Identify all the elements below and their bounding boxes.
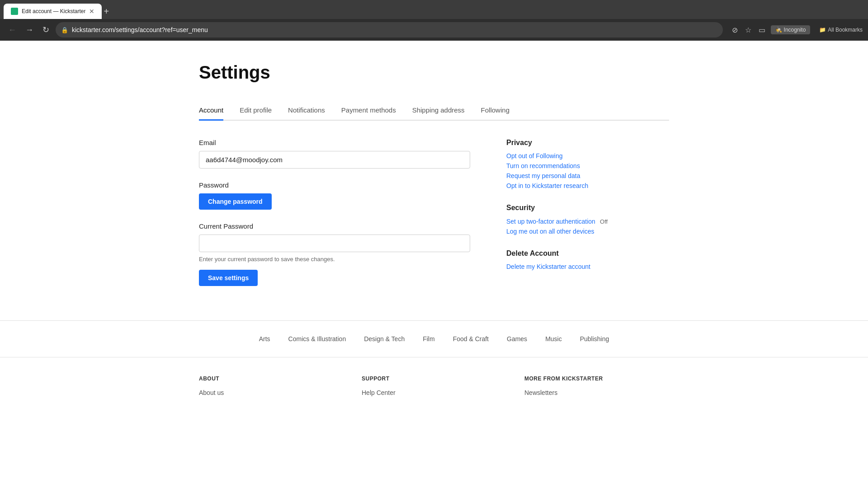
delete-account-title: Delete Account — [506, 249, 633, 258]
lock-icon: 🔒 — [61, 27, 68, 33]
footer-category-film[interactable]: Film — [423, 335, 434, 343]
footer-category-games[interactable]: Games — [507, 335, 527, 343]
two-factor-row: Set up two-factor authentication Off — [506, 217, 633, 225]
tab-shipping-address[interactable]: Shipping address — [412, 101, 465, 121]
bookmarks-folder-icon: 📁 — [819, 27, 826, 33]
security-section-title: Security — [506, 204, 633, 212]
footer-more-col: MORE FROM KICKSTARTER Newsletters — [524, 375, 669, 400]
tab-edit-profile[interactable]: Edit profile — [240, 101, 272, 121]
main-layout: Email Password Change password Current P… — [199, 139, 669, 299]
footer-categories: Arts Comics & Illustration Design & Tech… — [0, 320, 868, 357]
tab-bar: Edit account — Kickstarter ✕ + — [0, 0, 868, 19]
page: Settings Account Edit profile Notificati… — [0, 41, 868, 447]
footer-category-comics[interactable]: Comics & Illustration — [288, 335, 346, 343]
footer-help-center-link[interactable]: Help Center — [362, 389, 506, 396]
delete-account-section: Delete Account Delete my Kickstarter acc… — [506, 249, 633, 270]
opt-in-research-link[interactable]: Opt in to Kickstarter research — [506, 182, 633, 189]
privacy-section-title: Privacy — [506, 139, 633, 147]
settings-tabs: Account Edit profile Notifications Payme… — [199, 101, 669, 121]
security-section: Security Set up two-factor authenticatio… — [506, 204, 633, 235]
forward-button[interactable]: → — [23, 23, 36, 37]
footer-about-title: ABOUT — [199, 375, 344, 382]
helper-text: Enter your current password to save thes… — [199, 256, 470, 263]
tab-payment-methods[interactable]: Payment methods — [341, 101, 396, 121]
new-tab-button[interactable]: + — [104, 6, 109, 17]
password-label: Password — [199, 181, 470, 189]
save-settings-button[interactable]: Save settings — [199, 270, 258, 286]
footer-category-design[interactable]: Design & Tech — [364, 335, 405, 343]
incognito-label: Incognito — [784, 27, 806, 33]
tab-title: Edit account — Kickstarter — [22, 8, 85, 14]
two-factor-link[interactable]: Set up two-factor authentication — [506, 218, 595, 225]
request-personal-data-link[interactable]: Request my personal data — [506, 172, 633, 179]
camera-off-icon[interactable]: ⊘ — [730, 24, 740, 36]
bookmarks-label: All Bookmarks — [828, 27, 863, 33]
reload-button[interactable]: ↻ — [40, 23, 52, 37]
incognito-icon: 🕵 — [775, 27, 782, 33]
footer-category-food[interactable]: Food & Craft — [453, 335, 489, 343]
footer-category-publishing[interactable]: Publishing — [580, 335, 609, 343]
tab-notifications[interactable]: Notifications — [288, 101, 325, 121]
bookmarks-bar-link: 📁 All Bookmarks — [819, 27, 863, 33]
tab-account[interactable]: Account — [199, 101, 223, 121]
footer-category-music[interactable]: Music — [545, 335, 562, 343]
password-field-group: Password Change password — [199, 181, 470, 210]
two-factor-status: Off — [600, 218, 608, 225]
email-input[interactable] — [199, 151, 470, 169]
change-password-button[interactable]: Change password — [199, 193, 272, 210]
delete-account-link[interactable]: Delete my Kickstarter account — [506, 263, 633, 270]
page-content: Settings Account Edit profile Notificati… — [163, 41, 705, 320]
current-password-label: Current Password — [199, 222, 470, 230]
right-column: Privacy Opt out of Following Turn on rec… — [506, 139, 633, 299]
log-out-devices-link[interactable]: Log me out on all other devices — [506, 228, 633, 235]
footer-about-us-link[interactable]: About us — [199, 389, 344, 396]
browser-controls: ← → ↻ 🔒 ⊘ ☆ ▭ 🕵 Incognito 📁 All Bookmark… — [0, 19, 868, 41]
incognito-badge: 🕵 Incognito — [771, 25, 811, 34]
current-password-field-group: Current Password Enter your current pass… — [199, 222, 470, 286]
footer-newsletters-link[interactable]: Newsletters — [524, 389, 669, 396]
tab-following[interactable]: Following — [481, 101, 509, 121]
address-bar[interactable] — [72, 26, 717, 33]
browser-actions: ⊘ ☆ ▭ 🕵 Incognito — [730, 24, 811, 36]
browser-chrome: Edit account — Kickstarter ✕ + ← → ↻ 🔒 ⊘… — [0, 0, 868, 41]
current-password-input[interactable] — [199, 235, 470, 252]
browser-tab-active[interactable]: Edit account — Kickstarter ✕ — [4, 4, 102, 19]
tab-favicon — [11, 8, 18, 15]
email-label: Email — [199, 139, 470, 146]
turn-on-recommendations-link[interactable]: Turn on recommendations — [506, 162, 633, 169]
back-button[interactable]: ← — [5, 23, 19, 37]
page-title: Settings — [199, 62, 669, 83]
footer-bottom: ABOUT About us SUPPORT Help Center MORE … — [0, 357, 868, 418]
privacy-section: Privacy Opt out of Following Turn on rec… — [506, 139, 633, 189]
left-column: Email Password Change password Current P… — [199, 139, 470, 299]
opt-out-following-link[interactable]: Opt out of Following — [506, 152, 633, 160]
footer-grid: ABOUT About us SUPPORT Help Center MORE … — [163, 375, 705, 400]
email-field-group: Email — [199, 139, 470, 169]
device-icon[interactable]: ▭ — [757, 24, 767, 36]
footer-category-arts[interactable]: Arts — [259, 335, 270, 343]
footer-about-col: ABOUT About us — [199, 375, 344, 400]
footer-support-title: SUPPORT — [362, 375, 506, 382]
footer-more-title: MORE FROM KICKSTARTER — [524, 375, 669, 382]
bookmark-star-icon[interactable]: ☆ — [743, 24, 753, 36]
address-bar-container[interactable]: 🔒 — [56, 22, 723, 38]
close-tab-button[interactable]: ✕ — [89, 8, 94, 15]
footer-support-col: SUPPORT Help Center — [362, 375, 506, 400]
